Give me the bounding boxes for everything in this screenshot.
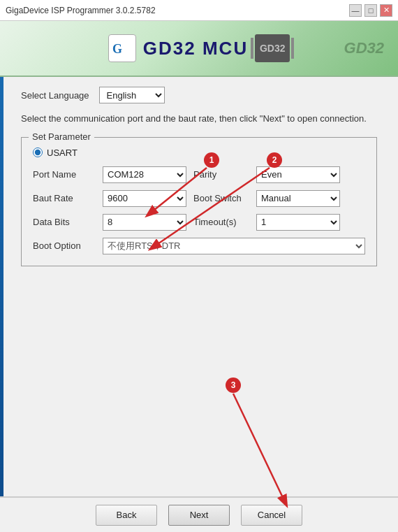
description-text: Select the communication port and the ba…: [21, 112, 377, 126]
usart-radio-row: USART: [33, 148, 365, 158]
maximize-button[interactable]: □: [364, 4, 377, 17]
boot-option-row: Boot Option 不使用RTS，DTR RTS DTR: [33, 238, 365, 254]
parity-label: Parity: [193, 169, 249, 180]
app-title: GigaDevice ISP Programmer 3.0.2.5782: [6, 6, 156, 15]
data-bits-select[interactable]: 8 7: [103, 214, 186, 231]
title-bar-controls: — □ ✕: [349, 4, 392, 17]
main-content: Select Language English Chinese Select t…: [0, 77, 398, 285]
data-bits-label: Data Bits: [33, 217, 96, 227]
parity-select[interactable]: Even Odd None: [256, 166, 340, 183]
title-bar-text: GigaDevice ISP Programmer 3.0.2.5782: [6, 6, 156, 15]
svg-text:G: G: [112, 42, 122, 56]
bottom-button-bar: Back Next Cancel: [0, 497, 398, 532]
language-select[interactable]: English Chinese: [99, 87, 165, 103]
svg-line-6: [233, 394, 285, 502]
baud-rate-label: Baut Rate: [33, 193, 96, 203]
usart-radio[interactable]: [33, 148, 43, 157]
boot-switch-label: Boot Switch: [193, 193, 249, 203]
annotation-1: 1: [204, 152, 219, 168]
logo-decoration-text: GD32: [344, 39, 384, 57]
annotation-2: 2: [267, 152, 282, 168]
close-button[interactable]: ✕: [380, 4, 392, 17]
logo-brand: G GD32 MCU GD32: [108, 34, 290, 62]
timeout-label: Timeout(s): [193, 217, 249, 227]
timeout-select[interactable]: 1 2 5: [256, 214, 340, 231]
language-label: Select Language: [21, 90, 89, 101]
param-grid: Port Name COM128 COM1 COM2 Parity Even O…: [33, 166, 365, 231]
chip-icon: GD32: [255, 34, 290, 62]
minimize-button[interactable]: —: [349, 4, 362, 17]
back-button[interactable]: Back: [96, 505, 157, 526]
baud-rate-select[interactable]: 9600 19200 115200: [103, 190, 186, 207]
boot-option-select[interactable]: 不使用RTS，DTR RTS DTR: [103, 238, 365, 254]
group-box-title: Set Parameter: [29, 131, 94, 142]
gigadevice-logo-mark: G: [108, 34, 136, 62]
boot-option-label: Boot Option: [33, 240, 96, 251]
annotation-3: 3: [226, 378, 241, 393]
logo-area: G GD32 MCU GD32 GD32: [0, 21, 398, 77]
title-bar: GigaDevice ISP Programmer 3.0.2.5782 — □…: [0, 0, 398, 21]
boot-switch-select[interactable]: Manual Auto: [256, 190, 340, 207]
cancel-button[interactable]: Cancel: [241, 505, 302, 526]
next-button[interactable]: Next: [168, 505, 230, 526]
language-row: Select Language English Chinese: [21, 87, 377, 103]
product-title: GD32 MCU: [143, 38, 248, 59]
set-parameter-group: Set Parameter USART Port Name COM128 COM…: [21, 137, 377, 266]
usart-radio-label: USART: [47, 148, 78, 158]
port-name-select[interactable]: COM128 COM1 COM2: [103, 166, 186, 183]
left-accent-decoration: [0, 21, 3, 532]
gd32-label: GD32: [260, 43, 286, 54]
port-name-label: Port Name: [33, 169, 96, 180]
